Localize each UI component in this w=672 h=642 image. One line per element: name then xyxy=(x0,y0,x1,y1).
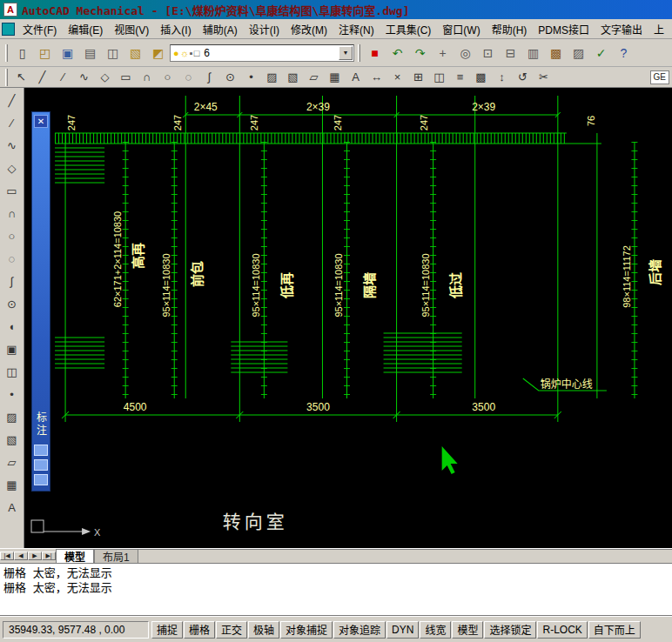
view-menu[interactable]: 视图(V) xyxy=(109,19,154,39)
ellipse-arc-tool-icon[interactable]: ◖ xyxy=(2,316,23,338)
bottom-up-toggle[interactable]: 自下而上 xyxy=(588,621,641,639)
selection-lock-toggle[interactable]: 选择锁定 xyxy=(484,621,536,639)
annotate-menu[interactable]: 注释(N) xyxy=(333,19,380,39)
dim-linear-icon[interactable]: ↔ xyxy=(366,69,386,86)
pan-icon[interactable]: + xyxy=(432,43,454,64)
file-menu[interactable]: 文件(F) xyxy=(17,19,62,39)
layer-dropdown[interactable]: ●☼▪□ 6 ▼ xyxy=(170,44,354,62)
palette-icon-3[interactable] xyxy=(34,474,48,485)
toolbar-grip[interactable] xyxy=(5,44,8,62)
revcloud-icon[interactable]: ◌ xyxy=(178,69,198,86)
title-bar[interactable]: A AutoCAD Mechanical - [E:\煤粉炉资料\阜康结构图\阜… xyxy=(0,0,672,19)
layer-thaw-sun-icon[interactable]: ☼ xyxy=(180,46,189,60)
save-file-icon[interactable]: ▣ xyxy=(57,43,78,64)
make-block-tool-icon[interactable]: ◫ xyxy=(2,361,23,383)
snap-toggle[interactable]: 捕捉 xyxy=(151,621,183,639)
layer-on-bulb-icon[interactable]: ● xyxy=(173,46,179,60)
text-tool-icon[interactable]: A xyxy=(2,497,23,518)
tab-prev-button[interactable]: ◀ xyxy=(14,552,28,560)
table-tool-icon[interactable]: ▦ xyxy=(2,474,23,496)
spline-tool-icon[interactable]: ∫ xyxy=(2,271,23,292)
chevron-down-icon[interactable]: ▼ xyxy=(339,46,353,60)
tab-layout1[interactable]: 布局1 xyxy=(94,549,138,563)
design-center-icon[interactable]: ▩ xyxy=(545,43,567,64)
plot-preview-icon[interactable]: ◫ xyxy=(102,43,124,64)
mirror-icon[interactable]: ◫ xyxy=(429,69,449,86)
polyline-tool-icon[interactable]: ∿ xyxy=(2,135,23,157)
tab-model[interactable]: 模型 xyxy=(56,549,94,563)
move-icon[interactable]: ↕ xyxy=(492,69,512,86)
plot-icon[interactable]: ▤ xyxy=(79,43,101,64)
hatch-icon[interactable]: ▨ xyxy=(262,69,282,86)
markup-check-icon[interactable]: ✓ xyxy=(590,43,612,64)
line-icon[interactable]: ╱ xyxy=(32,69,52,86)
polygon-tool-icon[interactable]: ◇ xyxy=(2,157,23,179)
help-question-icon[interactable]: ? xyxy=(613,43,635,64)
polyline-icon[interactable]: ∿ xyxy=(74,69,94,86)
arc-icon[interactable]: ∩ xyxy=(137,69,157,86)
zoom-realtime-icon[interactable]: ◎ xyxy=(454,43,476,64)
dimension-palette[interactable]: ✕ 标注 xyxy=(31,111,50,492)
toolsets-menu[interactable]: 工具集(C) xyxy=(380,19,437,39)
drawing-canvas[interactable]: 2×45 2×39 2×39 247 247 247 247 247 76 62… xyxy=(24,88,672,548)
zoom-previous-icon[interactable]: ⊟ xyxy=(500,43,521,64)
grid-toggle[interactable]: 栅格 xyxy=(184,621,215,639)
rectangle-tool-icon[interactable]: ▭ xyxy=(2,180,23,202)
new-file-icon[interactable]: ▯ xyxy=(11,43,33,64)
undo-icon[interactable]: ↶ xyxy=(386,43,408,64)
drawing-file-icon[interactable] xyxy=(2,23,15,36)
toolbar-grip[interactable] xyxy=(358,44,360,62)
properties-icon[interactable]: ▥ xyxy=(522,43,544,64)
tab-last-button[interactable]: ▶| xyxy=(42,552,56,560)
point-icon[interactable]: • xyxy=(241,69,261,86)
ellipse-icon[interactable]: ⊙ xyxy=(220,69,240,86)
otrack-toggle[interactable]: 对象追踪 xyxy=(333,621,386,639)
region-icon[interactable]: ▱ xyxy=(304,69,324,86)
osnap-toggle[interactable]: 对象捕捉 xyxy=(280,621,333,639)
rotate-icon[interactable]: ↺ xyxy=(513,69,533,86)
palette-icon-2[interactable] xyxy=(34,459,48,471)
xline-tool-icon[interactable]: ∕ xyxy=(2,112,23,134)
close-icon[interactable]: ✕ xyxy=(34,115,48,128)
edit-menu[interactable]: 编辑(E) xyxy=(63,19,108,39)
arc-tool-icon[interactable]: ∩ xyxy=(2,203,23,224)
ellipse-tool-icon[interactable]: ⊙ xyxy=(2,293,23,315)
pdms-interface-menu[interactable]: PDMS接口 xyxy=(533,19,595,39)
gradient-icon[interactable]: ▧ xyxy=(283,69,303,86)
ge-toolbar-button[interactable]: GE xyxy=(650,70,669,84)
text-output-menu[interactable]: 文字输出 xyxy=(595,19,648,39)
color-control-icon[interactable]: ■ xyxy=(364,43,386,64)
copy-icon[interactable]: ⊞ xyxy=(408,69,428,86)
insert-block-tool-icon[interactable]: ▣ xyxy=(2,338,23,360)
rectangle-icon[interactable]: ▭ xyxy=(116,69,136,86)
modify-menu[interactable]: 修改(M) xyxy=(286,19,333,39)
select-icon[interactable]: ↖ xyxy=(11,69,31,86)
open-file-icon[interactable]: ◰ xyxy=(34,43,56,64)
array-icon[interactable]: ▩ xyxy=(471,69,491,86)
polar-toggle[interactable]: 极轴 xyxy=(248,621,279,639)
layer-states-icon[interactable]: ◩ xyxy=(147,43,169,64)
circle-tool-icon[interactable]: ○ xyxy=(2,225,23,247)
toolbar-grip[interactable] xyxy=(5,69,8,86)
tab-next-button[interactable]: ▶ xyxy=(28,552,42,560)
r-lock-toggle[interactable]: R-LOCK xyxy=(537,621,587,639)
window-menu[interactable]: 窗口(W) xyxy=(437,19,485,39)
circle-icon[interactable]: ○ xyxy=(158,69,178,86)
help-menu[interactable]: 帮助(H) xyxy=(487,19,533,39)
polygon-icon[interactable]: ◇ xyxy=(95,69,115,86)
tab-first-button[interactable]: |◀ xyxy=(0,552,14,560)
dyn-toggle[interactable]: DYN xyxy=(386,621,419,639)
redo-icon[interactable]: ↷ xyxy=(409,43,431,64)
design-menu[interactable]: 设计(I) xyxy=(244,19,285,39)
layer-properties-icon[interactable]: ▧ xyxy=(124,43,146,64)
assist-menu[interactable]: 辅助(A) xyxy=(198,19,243,39)
model-toggle[interactable]: 模型 xyxy=(452,621,483,639)
partial-menu[interactable]: 上 xyxy=(648,19,669,39)
hatch-tool-icon[interactable]: ▨ xyxy=(2,406,23,428)
trim-icon[interactable]: ✂ xyxy=(534,69,554,86)
line-tool-icon[interactable]: ╱ xyxy=(2,90,23,111)
erase-icon[interactable]: × xyxy=(387,69,407,86)
lineweight-toggle[interactable]: 线宽 xyxy=(420,621,451,639)
zoom-window-icon[interactable]: ⊡ xyxy=(477,43,499,64)
xline-icon[interactable]: ∕ xyxy=(53,69,73,86)
